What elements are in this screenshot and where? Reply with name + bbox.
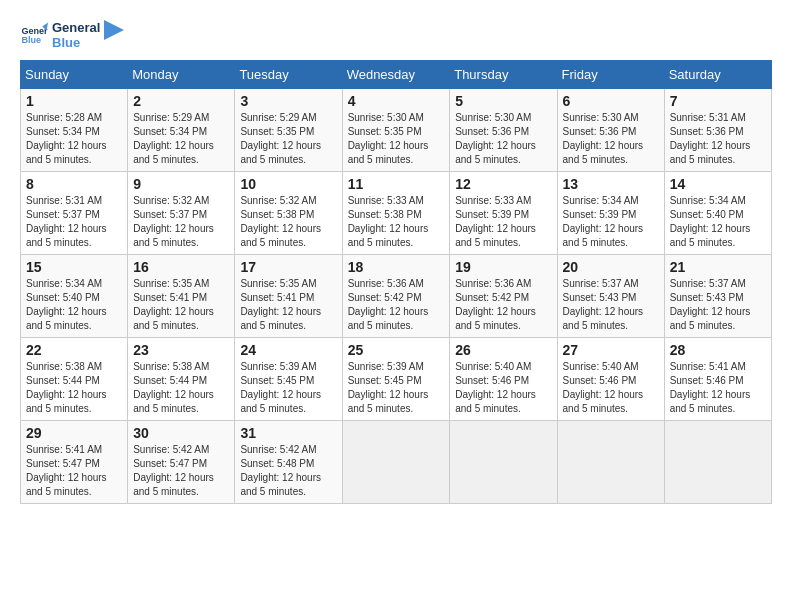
- calendar-week-3: 15 Sunrise: 5:34 AM Sunset: 5:40 PM Dayl…: [21, 255, 772, 338]
- calendar-cell: 26 Sunrise: 5:40 AM Sunset: 5:46 PM Dayl…: [450, 338, 557, 421]
- svg-text:Blue: Blue: [21, 35, 41, 45]
- day-info: Sunrise: 5:34 AM Sunset: 5:40 PM Dayligh…: [670, 195, 751, 248]
- logo-icon: General Blue: [20, 21, 48, 49]
- day-info: Sunrise: 5:30 AM Sunset: 5:36 PM Dayligh…: [455, 112, 536, 165]
- day-info: Sunrise: 5:39 AM Sunset: 5:45 PM Dayligh…: [348, 361, 429, 414]
- day-number: 18: [348, 259, 445, 275]
- day-info: Sunrise: 5:28 AM Sunset: 5:34 PM Dayligh…: [26, 112, 107, 165]
- logo-arrow-icon: [104, 20, 124, 50]
- day-number: 1: [26, 93, 122, 109]
- day-number: 4: [348, 93, 445, 109]
- calendar-cell: 28 Sunrise: 5:41 AM Sunset: 5:46 PM Dayl…: [664, 338, 771, 421]
- day-number: 24: [240, 342, 336, 358]
- logo: General Blue General Blue: [20, 20, 124, 50]
- day-info: Sunrise: 5:35 AM Sunset: 5:41 PM Dayligh…: [240, 278, 321, 331]
- day-number: 9: [133, 176, 229, 192]
- day-info: Sunrise: 5:41 AM Sunset: 5:46 PM Dayligh…: [670, 361, 751, 414]
- calendar-week-5: 29 Sunrise: 5:41 AM Sunset: 5:47 PM Dayl…: [21, 421, 772, 504]
- day-number: 5: [455, 93, 551, 109]
- col-header-sunday: Sunday: [21, 61, 128, 89]
- day-info: Sunrise: 5:36 AM Sunset: 5:42 PM Dayligh…: [348, 278, 429, 331]
- calendar-cell: 30 Sunrise: 5:42 AM Sunset: 5:47 PM Dayl…: [128, 421, 235, 504]
- day-number: 21: [670, 259, 766, 275]
- calendar-cell: 13 Sunrise: 5:34 AM Sunset: 5:39 PM Dayl…: [557, 172, 664, 255]
- day-number: 12: [455, 176, 551, 192]
- day-number: 10: [240, 176, 336, 192]
- day-info: Sunrise: 5:37 AM Sunset: 5:43 PM Dayligh…: [563, 278, 644, 331]
- day-number: 3: [240, 93, 336, 109]
- day-number: 30: [133, 425, 229, 441]
- calendar-cell: 23 Sunrise: 5:38 AM Sunset: 5:44 PM Dayl…: [128, 338, 235, 421]
- day-number: 8: [26, 176, 122, 192]
- calendar-cell: 17 Sunrise: 5:35 AM Sunset: 5:41 PM Dayl…: [235, 255, 342, 338]
- calendar-cell: 15 Sunrise: 5:34 AM Sunset: 5:40 PM Dayl…: [21, 255, 128, 338]
- calendar-cell: 27 Sunrise: 5:40 AM Sunset: 5:46 PM Dayl…: [557, 338, 664, 421]
- day-info: Sunrise: 5:38 AM Sunset: 5:44 PM Dayligh…: [133, 361, 214, 414]
- day-number: 16: [133, 259, 229, 275]
- header-row: SundayMondayTuesdayWednesdayThursdayFrid…: [21, 61, 772, 89]
- day-number: 26: [455, 342, 551, 358]
- svg-marker-3: [104, 20, 124, 40]
- day-info: Sunrise: 5:32 AM Sunset: 5:38 PM Dayligh…: [240, 195, 321, 248]
- calendar-cell: [450, 421, 557, 504]
- calendar-cell: 19 Sunrise: 5:36 AM Sunset: 5:42 PM Dayl…: [450, 255, 557, 338]
- day-number: 11: [348, 176, 445, 192]
- day-info: Sunrise: 5:38 AM Sunset: 5:44 PM Dayligh…: [26, 361, 107, 414]
- day-number: 2: [133, 93, 229, 109]
- day-info: Sunrise: 5:30 AM Sunset: 5:35 PM Dayligh…: [348, 112, 429, 165]
- day-number: 25: [348, 342, 445, 358]
- day-info: Sunrise: 5:41 AM Sunset: 5:47 PM Dayligh…: [26, 444, 107, 497]
- page-header: General Blue General Blue: [20, 20, 772, 50]
- day-number: 17: [240, 259, 336, 275]
- col-header-thursday: Thursday: [450, 61, 557, 89]
- col-header-friday: Friday: [557, 61, 664, 89]
- day-number: 29: [26, 425, 122, 441]
- day-number: 28: [670, 342, 766, 358]
- day-number: 23: [133, 342, 229, 358]
- calendar-cell: 18 Sunrise: 5:36 AM Sunset: 5:42 PM Dayl…: [342, 255, 450, 338]
- logo-text2: Blue: [52, 35, 100, 50]
- calendar-cell: 16 Sunrise: 5:35 AM Sunset: 5:41 PM Dayl…: [128, 255, 235, 338]
- day-number: 27: [563, 342, 659, 358]
- calendar-cell: 14 Sunrise: 5:34 AM Sunset: 5:40 PM Dayl…: [664, 172, 771, 255]
- day-info: Sunrise: 5:32 AM Sunset: 5:37 PM Dayligh…: [133, 195, 214, 248]
- day-info: Sunrise: 5:33 AM Sunset: 5:38 PM Dayligh…: [348, 195, 429, 248]
- day-number: 7: [670, 93, 766, 109]
- day-number: 19: [455, 259, 551, 275]
- day-number: 6: [563, 93, 659, 109]
- calendar-cell: 3 Sunrise: 5:29 AM Sunset: 5:35 PM Dayli…: [235, 89, 342, 172]
- day-info: Sunrise: 5:37 AM Sunset: 5:43 PM Dayligh…: [670, 278, 751, 331]
- day-number: 31: [240, 425, 336, 441]
- calendar-week-2: 8 Sunrise: 5:31 AM Sunset: 5:37 PM Dayli…: [21, 172, 772, 255]
- day-number: 22: [26, 342, 122, 358]
- day-info: Sunrise: 5:31 AM Sunset: 5:36 PM Dayligh…: [670, 112, 751, 165]
- day-number: 15: [26, 259, 122, 275]
- day-info: Sunrise: 5:42 AM Sunset: 5:47 PM Dayligh…: [133, 444, 214, 497]
- calendar-cell: 6 Sunrise: 5:30 AM Sunset: 5:36 PM Dayli…: [557, 89, 664, 172]
- col-header-tuesday: Tuesday: [235, 61, 342, 89]
- col-header-saturday: Saturday: [664, 61, 771, 89]
- calendar-week-1: 1 Sunrise: 5:28 AM Sunset: 5:34 PM Dayli…: [21, 89, 772, 172]
- calendar-cell: 29 Sunrise: 5:41 AM Sunset: 5:47 PM Dayl…: [21, 421, 128, 504]
- calendar-cell: 22 Sunrise: 5:38 AM Sunset: 5:44 PM Dayl…: [21, 338, 128, 421]
- col-header-wednesday: Wednesday: [342, 61, 450, 89]
- calendar-cell: 21 Sunrise: 5:37 AM Sunset: 5:43 PM Dayl…: [664, 255, 771, 338]
- calendar-cell: [557, 421, 664, 504]
- calendar-cell: 10 Sunrise: 5:32 AM Sunset: 5:38 PM Dayl…: [235, 172, 342, 255]
- day-info: Sunrise: 5:39 AM Sunset: 5:45 PM Dayligh…: [240, 361, 321, 414]
- calendar-week-4: 22 Sunrise: 5:38 AM Sunset: 5:44 PM Dayl…: [21, 338, 772, 421]
- calendar-cell: 8 Sunrise: 5:31 AM Sunset: 5:37 PM Dayli…: [21, 172, 128, 255]
- calendar-table: SundayMondayTuesdayWednesdayThursdayFrid…: [20, 60, 772, 504]
- calendar-cell: 31 Sunrise: 5:42 AM Sunset: 5:48 PM Dayl…: [235, 421, 342, 504]
- calendar-cell: 1 Sunrise: 5:28 AM Sunset: 5:34 PM Dayli…: [21, 89, 128, 172]
- calendar-cell: [342, 421, 450, 504]
- day-info: Sunrise: 5:36 AM Sunset: 5:42 PM Dayligh…: [455, 278, 536, 331]
- calendar-cell: 11 Sunrise: 5:33 AM Sunset: 5:38 PM Dayl…: [342, 172, 450, 255]
- calendar-cell: 2 Sunrise: 5:29 AM Sunset: 5:34 PM Dayli…: [128, 89, 235, 172]
- day-number: 20: [563, 259, 659, 275]
- calendar-cell: 5 Sunrise: 5:30 AM Sunset: 5:36 PM Dayli…: [450, 89, 557, 172]
- day-info: Sunrise: 5:33 AM Sunset: 5:39 PM Dayligh…: [455, 195, 536, 248]
- day-info: Sunrise: 5:34 AM Sunset: 5:40 PM Dayligh…: [26, 278, 107, 331]
- day-info: Sunrise: 5:34 AM Sunset: 5:39 PM Dayligh…: [563, 195, 644, 248]
- calendar-cell: 24 Sunrise: 5:39 AM Sunset: 5:45 PM Dayl…: [235, 338, 342, 421]
